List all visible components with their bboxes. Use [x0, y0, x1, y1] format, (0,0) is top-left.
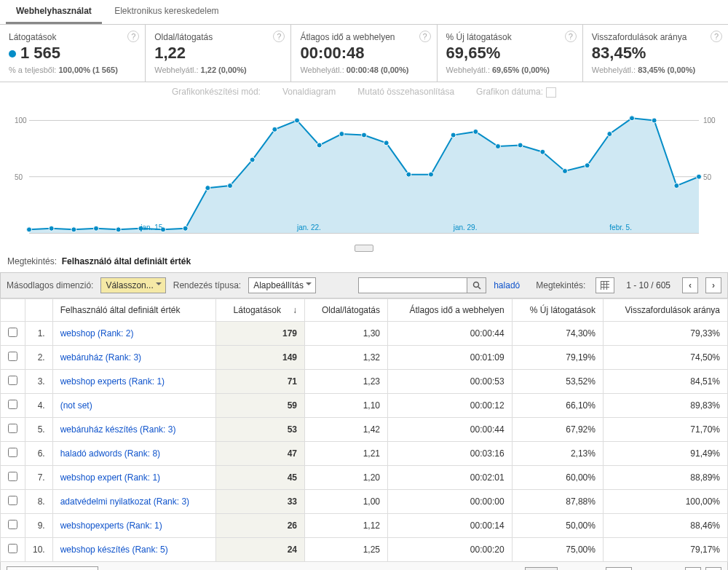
row-newvisits: 87,88% [512, 489, 603, 513]
row-visits: 26 [215, 513, 304, 537]
timeline-chart[interactable]: 5050100100jan. 15.jan. 22.jan. 29.febr. … [0, 102, 728, 248]
svg-point-32 [585, 163, 590, 168]
calendar-icon[interactable] [546, 87, 556, 98]
secondary-dim-dropdown[interactable]: Válasszon... [100, 277, 165, 293]
chart-resize-handle[interactable] [355, 245, 373, 252]
chart-compare[interactable]: Mutató összehasonlítása [357, 87, 454, 98]
search-icon [472, 281, 481, 290]
row-avgtime: 00:03:16 [388, 441, 513, 465]
help-icon[interactable]: ? [273, 31, 285, 42]
row-name-link[interactable]: (not set) [60, 400, 92, 411]
row-visits: 71 [215, 369, 304, 393]
svg-point-21 [339, 131, 344, 136]
help-icon[interactable]: ? [565, 31, 577, 42]
scorecard-bounce-rate[interactable]: ? Visszafordulások aránya 83,45% Webhely… [583, 25, 728, 82]
row-avgtime: 00:00:00 [388, 489, 513, 513]
plot-rows-button[interactable]: Sorok ábrázolása [7, 566, 98, 570]
row-pages: 1,23 [304, 369, 387, 393]
row-avgtime: 00:02:01 [388, 465, 513, 489]
pager-prev[interactable]: ‹ [685, 567, 701, 570]
rows-per-page-select[interactable]: 10 [525, 567, 558, 570]
col-avgtime[interactable]: Átlagos idő a webhelyen [388, 298, 513, 321]
chart-mode-label: Grafikonkészítési mód: [172, 87, 261, 98]
table-row: 2.webáruház (Rank: 3)1491,3200:01:0979,1… [1, 345, 728, 369]
pager-info: 1 - 10 / 605 [626, 280, 670, 290]
row-name-link[interactable]: webáruház készítés (Rank: 3) [60, 424, 176, 435]
row-checkbox[interactable] [8, 544, 17, 553]
row-checkbox[interactable] [8, 328, 17, 337]
row-index: 2. [25, 345, 53, 369]
table-toolbar: Másodlagos dimenzió: Válasszon... Rendez… [0, 272, 728, 298]
row-visits: 149 [215, 345, 304, 369]
search-button[interactable] [467, 277, 486, 293]
chart-date[interactable]: Grafikon dátuma: [476, 87, 556, 98]
svg-point-16 [228, 183, 233, 188]
col-index [25, 298, 53, 321]
search-input[interactable] [358, 277, 467, 293]
col-bounce[interactable]: Visszafordulások aránya [603, 298, 727, 321]
svg-point-29 [518, 143, 523, 148]
row-checkbox[interactable] [8, 376, 17, 385]
row-checkbox[interactable] [8, 400, 17, 409]
table-footer: Sorok ábrázolása Sorok megjelenítése: 10… [0, 562, 728, 570]
svg-point-7 [27, 227, 32, 232]
row-newvisits: 50,00% [512, 513, 603, 537]
col-visits[interactable]: Látogatások↓ [215, 298, 304, 321]
svg-point-22 [362, 132, 367, 138]
row-bounce: 74,50% [603, 345, 727, 369]
table-row: 3.webshop experts (Rank: 1)711,2300:00:5… [1, 369, 728, 393]
report-tabs: Webhelyhasználat Elektronikus kereskedel… [0, 0, 728, 25]
svg-point-14 [183, 226, 188, 231]
svg-point-26 [451, 132, 456, 138]
tab-ecommerce[interactable]: Elektronikus kereskedelem [104, 0, 229, 22]
svg-point-17 [250, 157, 255, 162]
tab-site-usage[interactable]: Webhelyhasználat [6, 0, 102, 24]
svg-text:50: 50 [703, 173, 712, 181]
row-newvisits: 60,00% [512, 465, 603, 489]
row-name-link[interactable]: webshopexperts (Rank: 1) [60, 520, 162, 531]
row-checkbox[interactable] [8, 496, 17, 505]
scorecard-value: 1 565 [9, 44, 136, 63]
scorecard-subtext: Webhelyátl.: 69,65% (0,00%) [446, 66, 574, 74]
svg-point-8 [49, 226, 54, 231]
row-checkbox[interactable] [8, 352, 17, 361]
table-row: 4.(not set)591,1000:00:1266,10%89,83% [1, 393, 728, 417]
col-newvisits[interactable]: % Új látogatások [512, 298, 603, 321]
row-name-link[interactable]: webáruház (Rank: 3) [60, 352, 141, 363]
goto-input[interactable] [606, 567, 632, 570]
pager-next[interactable]: › [705, 277, 721, 293]
sort-type-label: Rendezés típusa: [173, 280, 241, 290]
row-checkbox[interactable] [8, 448, 17, 457]
scorecard-pages-per-visit[interactable]: ? Oldal/látogatás 1,22 Webhelyátl.: 1,22… [146, 25, 291, 82]
row-newvisits: 53,52% [512, 369, 603, 393]
row-pages: 1,25 [304, 537, 387, 561]
col-user-defined[interactable]: Felhasználó által definiált érték [52, 298, 215, 321]
row-checkbox[interactable] [8, 520, 17, 529]
view-table-button[interactable] [596, 277, 614, 293]
row-name-link[interactable]: webshop készítés (Rank: 5) [60, 545, 168, 555]
help-icon[interactable]: ? [711, 31, 722, 42]
pager-prev[interactable]: ‹ [682, 277, 698, 293]
sort-desc-icon: ↓ [293, 305, 297, 315]
col-pages[interactable]: Oldal/látogatás [304, 298, 387, 321]
scorecard-new-visits[interactable]: ? % Új látogatások 69,65% Webhelyátl.: 6… [438, 25, 583, 82]
chart-mode-line[interactable]: Vonaldiagram [282, 87, 336, 98]
row-checkbox[interactable] [8, 424, 17, 433]
row-name-link[interactable]: webshop expert (Rank: 1) [60, 472, 160, 483]
advanced-link[interactable]: haladó [494, 280, 520, 290]
row-name-link[interactable]: webshop (Rank: 2) [60, 328, 134, 339]
table-row: 8.adatvédelmi nyilatkozat (Rank: 3)331,0… [1, 489, 728, 513]
help-icon[interactable]: ? [419, 31, 431, 42]
row-checkbox[interactable] [8, 472, 17, 481]
row-avgtime: 00:00:12 [388, 393, 513, 417]
scorecard-visits[interactable]: ? Látogatások 1 565 % a teljesből: 100,0… [0, 25, 146, 82]
row-name-link[interactable]: webshop experts (Rank: 1) [60, 376, 165, 387]
row-avgtime: 00:00:44 [388, 321, 513, 345]
help-icon[interactable]: ? [127, 31, 139, 42]
scorecard-avg-time[interactable]: ? Átlagos idő a webhelyen 00:00:48 Webhe… [291, 25, 437, 82]
sort-type-dropdown[interactable]: Alapbeállítás [248, 277, 316, 293]
pager-next[interactable]: › [705, 567, 721, 570]
row-name-link[interactable]: haladó adwords (Rank: 8) [60, 448, 160, 459]
row-name-link[interactable]: adatvédelmi nyilatkozat (Rank: 3) [60, 496, 189, 507]
row-bounce: 79,17% [603, 537, 727, 561]
